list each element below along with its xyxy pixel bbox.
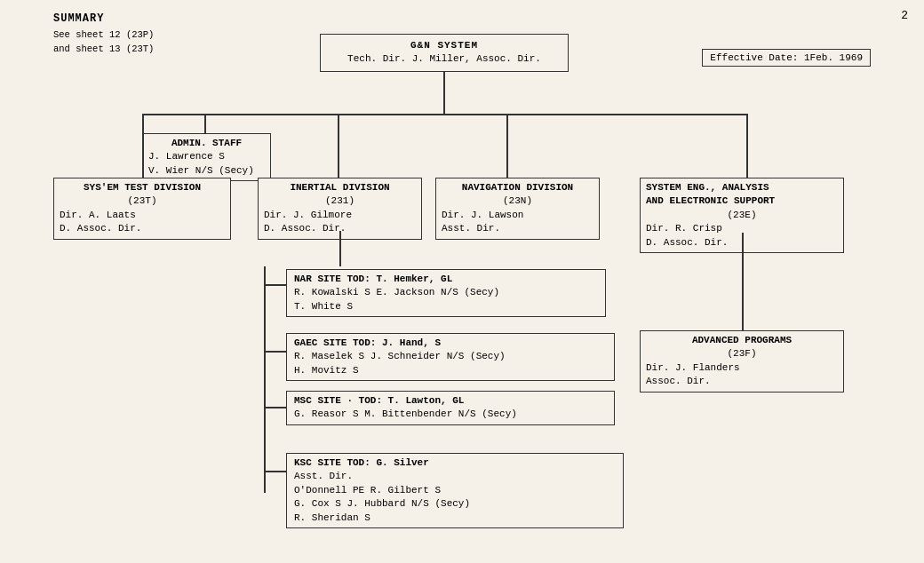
navigation-box: NAVIGATION DIVISION (23N) Dir. J. Lawson… <box>435 178 600 240</box>
effective-date-box: Effective Date: 1Feb. 1969 <box>702 49 871 67</box>
admin-staff-box: ADMIN. STAFF J. Lawrence S V. Wier N/S (… <box>142 133 271 181</box>
msc-site-box: MSC SITE · TOD: T. Lawton, GL G. Reasor … <box>286 391 615 425</box>
nar-site-box: NAR SITE TOD: T. Hemker, GL R. Kowalski … <box>286 269 606 317</box>
org-chart-page: { "page": { "number": "2", "summary_labe… <box>0 0 924 563</box>
summary-label: SUMMARY <box>53 12 104 25</box>
advanced-programs-box: ADVANCED PROGRAMS (23F) Dir. J. Flanders… <box>640 330 844 393</box>
gaec-site-box: GAEC SITE TOD: J. Hand, S R. Maselek S J… <box>286 333 615 381</box>
ksc-site-box: KSC SITE TOD: G. Silver Asst. Dir. O'Don… <box>286 453 624 528</box>
system-test-box: SYS'EM TEST DIVISION (23T) Dir. A. Laats… <box>53 178 231 240</box>
page-number: 2 <box>901 9 908 22</box>
gn-system-box: G&N SYSTEM Tech. Dir. J. Miller, Assoc. … <box>320 34 569 72</box>
see-sheet-text: See sheet 12 (23P) and sheet 13 (23T) <box>53 28 154 57</box>
